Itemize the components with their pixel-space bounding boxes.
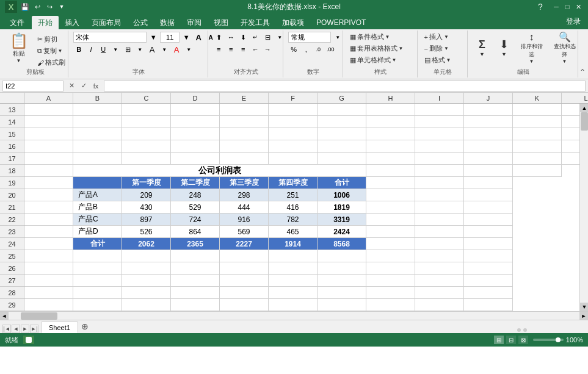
- cell-h26[interactable]: [366, 262, 415, 275]
- cell-h15[interactable]: [366, 128, 415, 140]
- confirm-formula-btn[interactable]: ✓: [78, 81, 89, 92]
- tab-file[interactable]: 文件: [2, 16, 32, 29]
- cell-h19[interactable]: [366, 177, 415, 189]
- cell-f27[interactable]: [269, 275, 318, 287]
- delete-button[interactable]: − 删除 ▼: [423, 43, 451, 54]
- underline-button[interactable]: U: [98, 44, 109, 55]
- row-16[interactable]: 16: [0, 140, 24, 153]
- font-color-button[interactable]: A: [171, 44, 182, 55]
- cell-c29[interactable]: [122, 299, 171, 311]
- tab-insert[interactable]: 插入: [59, 16, 85, 29]
- cell-j17[interactable]: [464, 153, 513, 165]
- cell-c26[interactable]: [122, 262, 171, 275]
- cell-b16[interactable]: [73, 140, 122, 153]
- cell-f21-q4[interactable]: 416: [269, 201, 318, 214]
- cell-g28[interactable]: [318, 287, 366, 299]
- row-17[interactable]: 17: [0, 153, 24, 165]
- copy-button[interactable]: ⧉ 复制 ▼: [35, 46, 67, 56]
- paste-button[interactable]: 📋 粘贴 ▼: [4, 32, 34, 63]
- cell-a16[interactable]: [24, 140, 73, 153]
- cell-h16[interactable]: [366, 140, 415, 153]
- cell-i19[interactable]: [415, 177, 464, 189]
- cell-i29[interactable]: [415, 299, 464, 311]
- align-top-icon[interactable]: ⬆: [213, 32, 224, 43]
- cell-i24[interactable]: [415, 238, 464, 250]
- cell-g22-total[interactable]: 3319: [318, 214, 366, 226]
- cell-a20[interactable]: [24, 189, 73, 201]
- cell-j19[interactable]: [464, 177, 513, 189]
- cell-h29[interactable]: [366, 299, 415, 311]
- row-14[interactable]: 14: [0, 116, 24, 128]
- cell-i18[interactable]: [464, 165, 513, 177]
- cell-c15[interactable]: [122, 128, 171, 140]
- row-25[interactable]: 25: [0, 250, 24, 262]
- tab-addins[interactable]: 加载项: [276, 16, 310, 29]
- cell-d28[interactable]: [171, 287, 220, 299]
- cell-c20-q1[interactable]: 209: [122, 189, 171, 201]
- find-button[interactable]: 🔍 查找和选择 ▼: [550, 32, 580, 63]
- next-sheet-btn[interactable]: ►: [21, 325, 29, 333]
- font-color-arrow[interactable]: ▼: [183, 44, 194, 55]
- cell-e21-q3[interactable]: 444: [220, 201, 269, 214]
- cell-g13[interactable]: [318, 104, 366, 116]
- insert-function-btn[interactable]: fx: [90, 81, 101, 92]
- cell-i28[interactable]: [415, 287, 464, 299]
- cut-button[interactable]: ✂ 剪切: [35, 34, 67, 45]
- col-j[interactable]: J: [464, 93, 513, 103]
- cell-b14[interactable]: [73, 116, 122, 128]
- cell-h28[interactable]: [366, 287, 415, 299]
- cell-d27[interactable]: [171, 275, 220, 287]
- sheet-tab-1[interactable]: Sheet1: [41, 322, 78, 333]
- cell-b22-label[interactable]: 产品C: [73, 214, 122, 226]
- cell-f24-q4[interactable]: 1914: [269, 238, 318, 250]
- cell-e20-q3[interactable]: 298: [220, 189, 269, 201]
- tab-developer[interactable]: 开发工具: [234, 16, 276, 29]
- cell-c17[interactable]: [122, 153, 171, 165]
- cell-i13[interactable]: [415, 104, 464, 116]
- horizontal-scrollbar[interactable]: ◄ ►: [0, 311, 588, 320]
- formula-input[interactable]: [104, 81, 586, 92]
- cell-h13[interactable]: [366, 104, 415, 116]
- cell-e13[interactable]: [220, 104, 269, 116]
- cell-f23-q4[interactable]: 465: [269, 226, 318, 238]
- cell-b29[interactable]: [73, 299, 122, 311]
- cell-e16[interactable]: [220, 140, 269, 153]
- number-format-arrow[interactable]: ▼: [332, 32, 343, 43]
- prev-sheet-btn[interactable]: ◄: [12, 325, 20, 333]
- decrease-decimal-icon[interactable]: .00: [325, 44, 336, 55]
- align-center-icon[interactable]: ≡: [225, 44, 236, 55]
- row-29[interactable]: 29: [0, 299, 24, 311]
- cell-a23[interactable]: [24, 226, 73, 238]
- font-name-input[interactable]: [73, 32, 147, 43]
- cell-e17[interactable]: [220, 153, 269, 165]
- cell-j29[interactable]: [464, 299, 513, 311]
- cell-i27[interactable]: [415, 275, 464, 287]
- cell-j25[interactable]: [464, 250, 513, 262]
- row-28[interactable]: 28: [0, 287, 24, 299]
- ribbon-expand-icon[interactable]: ⌃: [579, 68, 586, 76]
- cell-e28[interactable]: [220, 287, 269, 299]
- cell-a29[interactable]: [24, 299, 73, 311]
- scroll-left-btn[interactable]: ◄: [0, 312, 9, 320]
- cell-f22-q4[interactable]: 782: [269, 214, 318, 226]
- number-format-box[interactable]: 常规: [288, 32, 331, 43]
- increase-font-icon[interactable]: A: [193, 32, 204, 43]
- cell-e15[interactable]: [220, 128, 269, 140]
- cell-h23[interactable]: [366, 226, 415, 238]
- cell-d20-q2[interactable]: 248: [171, 189, 220, 201]
- cell-styles-button[interactable]: ▦ 单元格样式 ▼: [348, 55, 399, 65]
- cell-j28[interactable]: [464, 287, 513, 299]
- cell-j16[interactable]: [464, 140, 513, 153]
- cell-c28[interactable]: [122, 287, 171, 299]
- cell-f14[interactable]: [269, 116, 318, 128]
- cell-k15[interactable]: [513, 128, 562, 140]
- help-btn[interactable]: ?: [535, 2, 545, 12]
- page-layout-btn[interactable]: ⊟: [506, 336, 516, 344]
- col-h[interactable]: H: [366, 93, 415, 103]
- row-21[interactable]: 21: [0, 201, 24, 214]
- cell-b21-label[interactable]: 产品B: [73, 201, 122, 214]
- cell-g19-header[interactable]: 合计: [318, 177, 366, 189]
- cell-c24-q1[interactable]: 2062: [122, 238, 171, 250]
- cell-d22-q2[interactable]: 724: [171, 214, 220, 226]
- cell-c14[interactable]: [122, 116, 171, 128]
